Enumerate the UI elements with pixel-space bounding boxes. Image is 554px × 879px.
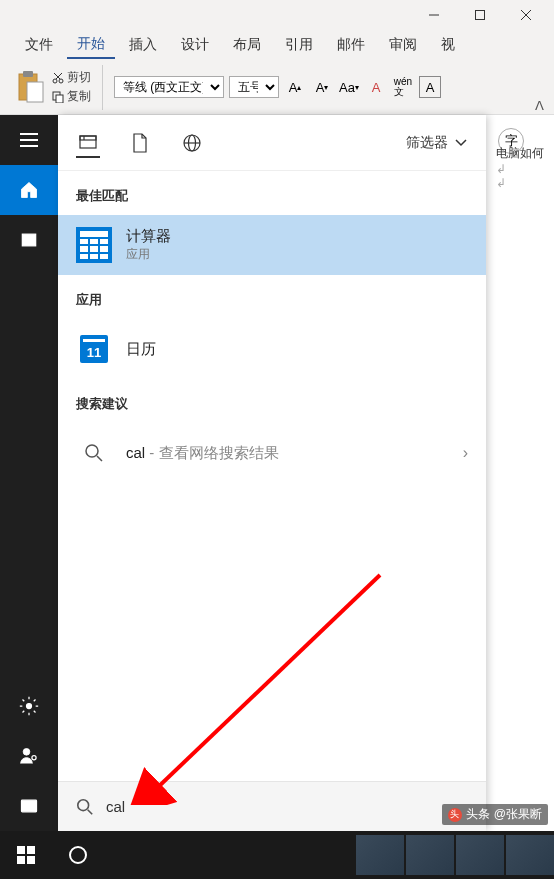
taskbar-app[interactable] — [456, 835, 504, 875]
svg-point-17 — [32, 756, 36, 760]
result-title: 日历 — [126, 340, 156, 359]
svg-point-15 — [27, 704, 32, 709]
cut-button[interactable]: 剪切 — [52, 69, 91, 86]
svg-rect-12 — [56, 95, 63, 103]
tab-mail[interactable]: 邮件 — [327, 32, 375, 58]
result-calendar[interactable]: 11 日历 — [58, 319, 486, 379]
phonetic-button[interactable]: wén文 — [392, 76, 414, 98]
chevron-down-icon — [454, 138, 468, 148]
word-window: 文件 开始 插入 设计 布局 引用 邮件 审阅 视 剪切 复制 等线 (西文正文… — [0, 0, 554, 115]
svg-rect-20 — [80, 136, 96, 148]
apps-label: 应用 — [58, 275, 486, 319]
result-web-search[interactable]: cal - 查看网络搜索结果 › — [58, 423, 486, 483]
svg-rect-32 — [27, 846, 35, 854]
start-button[interactable] — [0, 831, 52, 879]
sidebar-settings-button[interactable] — [0, 681, 58, 731]
tab-layout[interactable]: 布局 — [223, 32, 271, 58]
collapse-ribbon-icon[interactable]: ᐱ — [535, 98, 544, 113]
best-match-label: 最佳匹配 — [58, 171, 486, 215]
svg-rect-5 — [23, 71, 33, 77]
font-name-select[interactable]: 等线 (西文正文) — [114, 76, 224, 98]
sidebar-timeline-button[interactable] — [0, 215, 58, 265]
font-size-select[interactable]: 五号 — [229, 76, 279, 98]
svg-point-28 — [78, 799, 89, 810]
search-panel: 筛选器 最佳匹配 计算器 应用 应用 11 日历 搜索建议 cal - 查看网络… — [58, 115, 486, 831]
svg-rect-6 — [27, 82, 43, 102]
maximize-button[interactable] — [457, 0, 503, 30]
tab-review[interactable]: 审阅 — [379, 32, 427, 58]
tab-insert[interactable]: 插入 — [119, 32, 167, 58]
copy-button[interactable]: 复制 — [52, 88, 91, 105]
calendar-icon: 11 — [76, 331, 112, 367]
document-text: 电脑如何↲↲ — [496, 145, 544, 190]
divider — [102, 65, 103, 110]
clipboard-group: 剪切 复制 — [52, 69, 91, 105]
svg-rect-33 — [17, 856, 25, 864]
taskbar — [0, 831, 554, 879]
filter-dropdown[interactable]: 筛选器 — [406, 134, 468, 152]
decrease-font-button[interactable]: A▾ — [311, 76, 333, 98]
svg-rect-14 — [26, 238, 33, 243]
scope-web-tab[interactable] — [180, 131, 204, 155]
search-results: 最佳匹配 计算器 应用 应用 11 日历 搜索建议 cal - 查看网络搜索结果… — [58, 171, 486, 781]
search-icon — [76, 435, 112, 471]
watermark: 头头条@张果断 — [442, 804, 548, 825]
svg-line-27 — [97, 456, 102, 461]
sidebar-home-button[interactable] — [0, 165, 58, 215]
taskbar-app[interactable] — [506, 835, 554, 875]
chevron-right-icon: › — [463, 444, 468, 462]
close-button[interactable] — [503, 0, 549, 30]
char-border-button[interactable]: A — [419, 76, 441, 98]
tab-view[interactable]: 视 — [431, 32, 465, 58]
search-input[interactable] — [106, 798, 468, 815]
svg-point-8 — [59, 79, 63, 83]
taskbar-app[interactable] — [406, 835, 454, 875]
svg-point-16 — [23, 749, 30, 756]
taskbar-apps — [356, 835, 554, 875]
title-bar — [0, 0, 554, 30]
tab-reference[interactable]: 引用 — [275, 32, 323, 58]
result-calculator[interactable]: 计算器 应用 — [58, 215, 486, 275]
result-title: 计算器 — [126, 227, 171, 246]
svg-rect-1 — [476, 11, 485, 20]
scope-all-tab[interactable] — [76, 134, 100, 158]
minimize-button[interactable] — [411, 0, 457, 30]
tab-design[interactable]: 设计 — [171, 32, 219, 58]
cortana-button[interactable] — [52, 831, 104, 879]
tab-start[interactable]: 开始 — [67, 31, 115, 59]
svg-point-26 — [86, 445, 98, 457]
sidebar-gallery-button[interactable] — [0, 781, 58, 831]
svg-rect-21 — [80, 136, 96, 140]
svg-line-29 — [88, 809, 93, 814]
paste-button[interactable] — [15, 68, 47, 106]
sidebar-menu-button[interactable] — [0, 115, 58, 165]
svg-point-7 — [53, 79, 57, 83]
result-subtitle: 应用 — [126, 246, 171, 263]
svg-rect-31 — [17, 846, 25, 854]
search-box[interactable] — [58, 781, 486, 831]
sidebar-account-button[interactable] — [0, 731, 58, 781]
start-sidebar — [0, 115, 58, 831]
search-icon — [76, 798, 94, 816]
tab-file[interactable]: 文件 — [15, 32, 63, 58]
increase-font-button[interactable]: A▴ — [284, 76, 306, 98]
ribbon-tabs: 文件 开始 插入 设计 布局 引用 邮件 审阅 视 — [0, 30, 554, 60]
svg-rect-34 — [27, 856, 35, 864]
search-scope-tabs: 筛选器 — [58, 115, 486, 171]
ribbon-toolbar: 剪切 复制 等线 (西文正文) 五号 A▴ A▾ Aa▾ A wén文 A — [0, 60, 554, 115]
change-case-button[interactable]: Aa▾ — [338, 76, 360, 98]
clear-format-button[interactable]: A — [365, 76, 387, 98]
calculator-icon — [76, 227, 112, 263]
taskbar-app[interactable] — [356, 835, 404, 875]
result-title: cal - 查看网络搜索结果 — [126, 444, 279, 463]
suggestions-label: 搜索建议 — [58, 379, 486, 423]
svg-point-35 — [70, 847, 86, 863]
scope-docs-tab[interactable] — [128, 131, 152, 155]
